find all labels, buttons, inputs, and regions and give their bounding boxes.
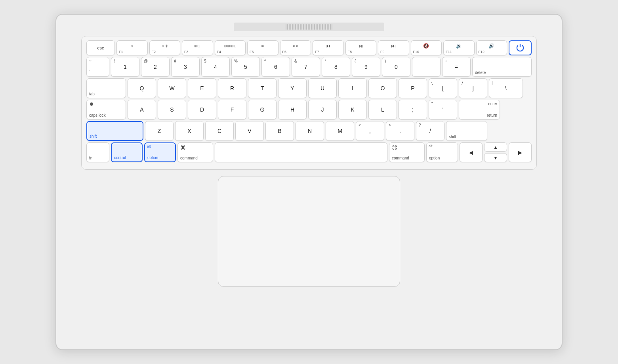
enter-key[interactable]: enter return [459,100,500,119]
f9-key[interactable]: ⏭ F9 [378,40,409,55]
key-4[interactable]: $ 4 [201,57,230,77]
key-bracket-l[interactable]: { [ [429,78,457,98]
key-u[interactable]: U [308,78,337,98]
f1-key[interactable]: ☀ F1 [116,40,148,55]
key-f[interactable]: F [218,100,246,119]
f3-key[interactable]: ⊞⊡ F3 [182,40,213,55]
key-bracket-r[interactable]: } ] [459,78,487,98]
key-l[interactable]: L [368,100,397,119]
arrow-up-down-cluster: ▲ ▼ [484,142,507,162]
key-d[interactable]: D [188,100,216,119]
key-6[interactable]: ^ 6 [261,57,290,77]
control-key[interactable]: control [111,142,143,162]
tab-key[interactable]: tab [86,78,126,98]
capslock-key[interactable]: caps lock [86,100,126,119]
key-p[interactable]: P [399,78,427,98]
key-i[interactable]: I [338,78,367,98]
f4-key[interactable]: ⊞⊞⊞⊞ F4 [215,40,246,55]
key-7[interactable]: & 7 [292,57,320,77]
key-3[interactable]: # 3 [171,57,200,77]
key-v[interactable]: V [235,121,264,141]
key-comma[interactable]: < , [356,121,384,141]
key-0[interactable]: ) 0 [382,57,410,77]
f11-key[interactable]: 🔉 F11 [443,40,475,55]
zxcv-row: shift Z X C V B N M < , > . ? / shift [86,121,532,141]
key-slash[interactable]: ? / [416,121,444,141]
f6-key[interactable]: ≋≋ F6 [280,40,311,55]
power-key[interactable] [509,40,532,55]
key-o[interactable]: O [368,78,397,98]
key-s[interactable]: S [158,100,186,119]
asdf-row: caps lock A S D F G H J K L : ; " ' ente… [86,100,532,119]
key-b[interactable]: B [265,121,294,141]
arrow-left-key[interactable]: ◀ [460,142,483,162]
key-h[interactable]: H [278,100,307,119]
f10-key[interactable]: 🔇 F10 [411,40,442,55]
key-g[interactable]: G [248,100,277,119]
key-semicolon[interactable]: : ; [399,100,427,119]
f5-key[interactable]: ≋ F5 [247,40,278,55]
key-minus[interactable]: _ − [412,57,441,77]
arrow-down-key[interactable]: ▼ [484,153,507,162]
keyboard-area: esc ☀ F1 ☀☀ F2 ⊞⊡ F3 ⊞⊞⊞⊞ F4 ≋ F5 [81,36,537,170]
option-right-key[interactable]: alt option [426,142,458,162]
arrow-up-key[interactable]: ▲ [484,142,507,152]
key-e[interactable]: E [188,78,216,98]
f12-key[interactable]: 🔊 F12 [476,40,507,55]
space-key[interactable] [215,142,387,162]
command-right-key[interactable]: ⌘ command [389,142,425,162]
key-w[interactable]: W [158,78,186,98]
option-left-key[interactable]: alt option [144,142,176,162]
shift-left-key[interactable]: shift [86,121,143,141]
esc-key[interactable]: esc [86,40,115,55]
key-1[interactable]: ! 1 [111,57,139,77]
key-5[interactable]: % 5 [231,57,260,77]
key-backslash[interactable]: | \ [489,78,523,98]
backtick-key[interactable]: ~ ` [86,57,109,77]
speaker-grille-top [234,23,384,31]
key-period[interactable]: > . [386,121,414,141]
key-t[interactable]: T [248,78,277,98]
trackpad[interactable] [218,176,400,287]
key-quote[interactable]: " ' [429,100,457,119]
f8-key[interactable]: ⏯ F8 [345,40,377,55]
key-z[interactable]: Z [145,121,174,141]
fn-key[interactable]: fn [86,142,109,162]
f7-key[interactable]: ⏮ F7 [313,40,344,55]
key-y[interactable]: Y [278,78,307,98]
key-k[interactable]: K [338,100,367,119]
key-c[interactable]: C [205,121,234,141]
key-r[interactable]: R [218,78,246,98]
bottom-row: fn control alt option ⌘ command ⌘ comman… [86,142,532,162]
key-n[interactable]: N [296,121,324,141]
shift-right-key[interactable]: shift [446,121,487,141]
key-x[interactable]: X [175,121,204,141]
key-2[interactable]: @ 2 [141,57,170,77]
f2-key[interactable]: ☀☀ F2 [149,40,181,55]
key-equals[interactable]: + = [442,57,471,77]
laptop-body: esc ☀ F1 ☀☀ F2 ⊞⊡ F3 ⊞⊞⊞⊞ F4 ≋ F5 [55,14,563,350]
key-8[interactable]: * 8 [322,57,350,77]
key-a[interactable]: A [128,100,156,119]
key-q[interactable]: Q [128,78,156,98]
delete-key[interactable]: delete [472,57,532,77]
fn-row: esc ☀ F1 ☀☀ F2 ⊞⊡ F3 ⊞⊞⊞⊞ F4 ≋ F5 [86,40,532,55]
qwerty-row: tab Q W E R T Y U I O P { [ } ] | \ [86,78,532,98]
arrow-right-key[interactable]: ▶ [509,142,532,162]
number-row: ~ ` ! 1 @ 2 # 3 $ 4 % 5 [86,57,532,77]
command-left-key[interactable]: ⌘ command [177,142,213,162]
key-m[interactable]: M [326,121,354,141]
key-j[interactable]: J [308,100,337,119]
key-9[interactable]: ( 9 [352,57,380,77]
